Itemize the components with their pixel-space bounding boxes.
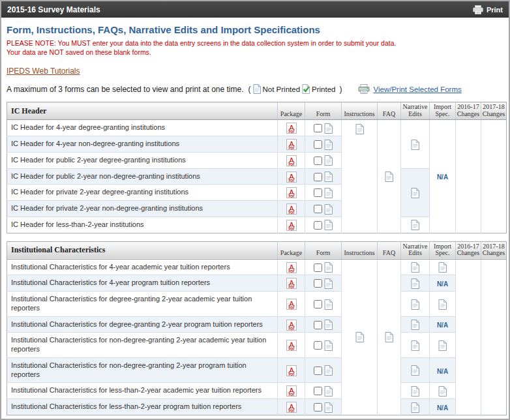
- max-forms-text: A maximum of 3 forms can be selected to …: [7, 85, 244, 94]
- form-doc-icon[interactable]: [324, 278, 333, 289]
- instructions-doc-icon[interactable]: [355, 332, 364, 342]
- not-printed-icon: [253, 84, 261, 94]
- form-doc-icon[interactable]: [324, 365, 333, 376]
- form-select-checkbox[interactable]: [314, 341, 322, 350]
- faq-doc-icon[interactable]: [385, 332, 393, 342]
- import-spec-doc-icon[interactable]: [438, 262, 447, 273]
- printed-check-icon: [302, 84, 310, 94]
- pdf-package-icon[interactable]: [286, 123, 297, 134]
- narrative-edits-doc-icon[interactable]: [411, 365, 419, 376]
- pdf-package-icon[interactable]: [286, 262, 297, 273]
- form-doc-icon[interactable]: [324, 386, 333, 397]
- col-header-narrative-edits: Narrative Edits: [401, 102, 430, 120]
- pdf-package-icon[interactable]: [286, 299, 297, 310]
- print-button[interactable]: Print: [473, 5, 503, 14]
- narrative-edits-doc-icon[interactable]: [411, 262, 419, 273]
- na-label: N/A: [437, 368, 448, 375]
- form-doc-icon[interactable]: [324, 123, 333, 134]
- printed-label: Printed: [312, 85, 335, 93]
- pdf-package-icon[interactable]: [286, 340, 297, 351]
- form-select-checkbox[interactable]: [314, 279, 322, 288]
- col-header-form: Form: [305, 241, 342, 259]
- table-row: Institutional Characteristics for less-t…: [7, 383, 507, 399]
- narrative-edits-doc-icon[interactable]: [411, 278, 419, 289]
- narrative-edits-doc-icon[interactable]: [411, 386, 419, 397]
- col-header-package: Package: [278, 241, 305, 259]
- form-select-checkbox[interactable]: [314, 140, 322, 149]
- pdf-package-icon[interactable]: [286, 220, 297, 231]
- narrative-edits-doc-icon[interactable]: [411, 340, 419, 351]
- form-select-checkbox[interactable]: [314, 205, 322, 213]
- form-doc-icon[interactable]: [324, 172, 333, 182]
- row-label: IC Header for public 2-year degree-grant…: [7, 152, 278, 168]
- form-doc-icon[interactable]: [324, 220, 333, 230]
- na-label: N/A: [437, 280, 448, 288]
- row-label: IC Header for 4-year non-degree-granting…: [7, 136, 278, 153]
- form-select-checkbox[interactable]: [314, 263, 322, 272]
- row-label: IC Header for public 2-year non-degree-g…: [7, 168, 278, 185]
- pdf-package-icon[interactable]: [286, 402, 297, 413]
- form-select-checkbox[interactable]: [314, 188, 322, 197]
- pdf-package-icon[interactable]: [286, 320, 297, 331]
- not-printed-label: Not Printed: [263, 85, 301, 93]
- col-header-2016-17-changes: 2016-17 Changes: [456, 241, 481, 259]
- table-header-row: Institutional Characteristics Package Fo…: [7, 241, 507, 259]
- col-header-instructions: Instructions: [342, 102, 378, 120]
- col-header-instructions: Instructions: [342, 241, 378, 259]
- col-header-2017-18-changes: 2017-18 Changes: [481, 102, 507, 120]
- form-select-checkbox[interactable]: [314, 221, 322, 230]
- pdf-package-icon[interactable]: [286, 155, 297, 166]
- import-spec-doc-icon[interactable]: [438, 386, 447, 397]
- col-header-import-spec: Import Spec.: [430, 102, 456, 120]
- legend-open-paren: (: [248, 85, 251, 94]
- form-doc-icon[interactable]: [324, 320, 333, 330]
- legend-row: A maximum of 3 forms can be selected to …: [7, 84, 503, 94]
- col-header-faq: FAQ: [378, 241, 401, 259]
- pdf-package-icon[interactable]: [286, 385, 297, 397]
- form-select-checkbox[interactable]: [314, 321, 322, 329]
- instructions-doc-icon[interactable]: [355, 124, 364, 134]
- form-select-checkbox[interactable]: [314, 403, 322, 412]
- ipeds-web-tutorials-link[interactable]: IPEDS Web Tutorials: [7, 67, 80, 76]
- col-header-import-spec: Import Spec.: [430, 241, 456, 259]
- import-spec-doc-icon[interactable]: [438, 340, 447, 351]
- form-select-checkbox[interactable]: [314, 387, 322, 395]
- narrative-edits-doc-icon[interactable]: [411, 299, 419, 310]
- pdf-package-icon[interactable]: [286, 365, 297, 376]
- form-select-checkbox[interactable]: [314, 173, 322, 181]
- form-doc-icon[interactable]: [324, 340, 333, 351]
- form-select-checkbox[interactable]: [314, 300, 322, 308]
- pdf-package-icon[interactable]: [286, 187, 297, 198]
- table-row: Institutional Characteristics for 4-year…: [7, 259, 507, 275]
- form-doc-icon[interactable]: [324, 262, 333, 273]
- narrative-edits-doc-icon[interactable]: [411, 220, 419, 230]
- section-title-institutional-characteristics: Institutional Characteristics: [7, 241, 278, 259]
- form-doc-icon[interactable]: [324, 299, 333, 310]
- faq-doc-icon[interactable]: [385, 172, 393, 182]
- narrative-edits-doc-icon[interactable]: [411, 188, 419, 198]
- narrative-edits-doc-icon[interactable]: [411, 320, 419, 330]
- col-header-2017-18-changes: 2017-18 Changes: [481, 241, 507, 259]
- form-doc-icon[interactable]: [324, 140, 333, 150]
- form-select-checkbox[interactable]: [314, 157, 322, 165]
- pdf-package-icon[interactable]: [286, 139, 297, 150]
- pdf-package-icon[interactable]: [286, 203, 297, 215]
- ic-header-table: IC Header Package Form Instructions FAQ …: [7, 102, 507, 233]
- table-row: IC Header for 4-year degree-granting ins…: [7, 120, 507, 136]
- narrative-edits-doc-icon[interactable]: [411, 140, 419, 150]
- form-doc-icon[interactable]: [324, 155, 333, 166]
- pdf-package-icon[interactable]: [286, 278, 297, 289]
- form-select-checkbox[interactable]: [314, 124, 322, 132]
- note-line-2: Your data are NOT saved on these blank f…: [7, 48, 503, 57]
- pdf-package-icon[interactable]: [286, 172, 297, 183]
- form-doc-icon[interactable]: [324, 204, 333, 215]
- view-print-selected-forms-link[interactable]: View/Print Selected Forms: [373, 85, 461, 93]
- form-doc-icon[interactable]: [324, 188, 333, 198]
- import-spec-doc-icon[interactable]: [438, 299, 447, 310]
- form-doc-icon[interactable]: [324, 402, 333, 413]
- col-header-form: Form: [305, 102, 342, 120]
- view-print-printer-icon[interactable]: [358, 84, 370, 94]
- form-select-checkbox[interactable]: [314, 367, 322, 375]
- printer-icon: [473, 5, 483, 14]
- narrative-edits-doc-icon[interactable]: [411, 402, 419, 413]
